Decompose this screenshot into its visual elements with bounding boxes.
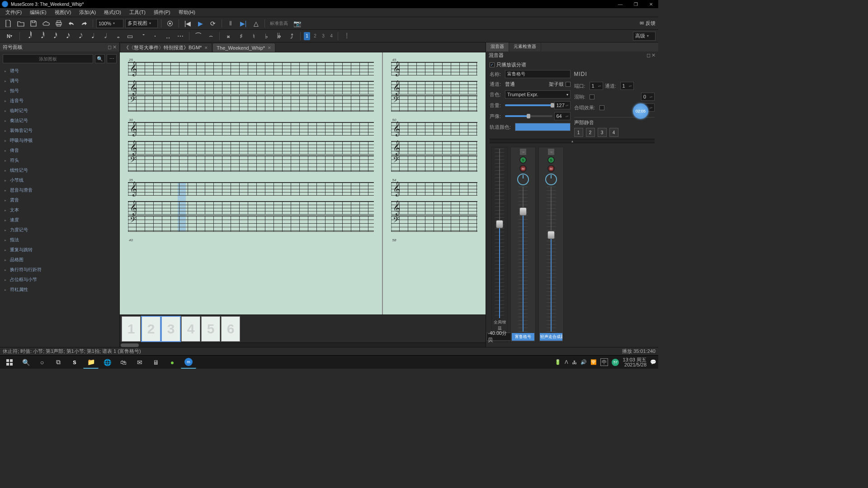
document-tab[interactable]: The_Weekend_Whip*✕ bbox=[212, 43, 275, 52]
solo-button[interactable]: S bbox=[519, 156, 527, 164]
cortana-icon[interactable]: ○ bbox=[34, 356, 50, 369]
drumset-checkbox[interactable] bbox=[566, 82, 571, 87]
menu-help[interactable]: 帮助(H) bbox=[175, 8, 199, 17]
track-color-swatch[interactable] bbox=[515, 123, 571, 131]
mail-icon[interactable]: ✉ bbox=[640, 20, 644, 26]
port-spin[interactable]: 1 bbox=[590, 82, 603, 90]
palette-search-icon[interactable]: 🔍 bbox=[95, 54, 105, 63]
channel-fader[interactable] bbox=[519, 187, 528, 332]
mixer-collapse-handle[interactable] bbox=[490, 139, 655, 143]
triple-dot-icon[interactable]: ⋯ bbox=[175, 31, 186, 41]
master-fader[interactable] bbox=[495, 149, 504, 318]
palette-item[interactable]: 指法 bbox=[0, 235, 119, 245]
redo-icon[interactable] bbox=[79, 19, 90, 28]
reverb-checkbox[interactable] bbox=[590, 94, 594, 99]
palette-item[interactable]: 谱号 bbox=[0, 66, 119, 76]
midi-channel-spin[interactable]: 1 bbox=[620, 82, 634, 90]
panel-close-icon[interactable]: ✕ bbox=[651, 52, 656, 58]
palette-item[interactable]: 重复与跳转 bbox=[0, 245, 119, 255]
pan-spin[interactable]: 64 bbox=[554, 112, 571, 120]
volume-spin[interactable]: 127 bbox=[554, 101, 571, 109]
tab-close-icon[interactable]: ✕ bbox=[268, 46, 271, 50]
palette-item[interactable]: 装饰音记号 bbox=[0, 126, 119, 136]
note-16th-icon[interactable]: 𝅘𝅥𝅰 bbox=[48, 31, 59, 41]
chorus-checkbox[interactable] bbox=[599, 105, 604, 110]
voice-mute-1[interactable]: 1 bbox=[574, 128, 583, 137]
palette-item[interactable]: 奏法记号 bbox=[0, 116, 119, 126]
palette-item[interactable]: 连音号 bbox=[0, 96, 119, 106]
note-input-mode-icon[interactable]: N▾ bbox=[3, 31, 16, 41]
sharp-icon[interactable]: ♯ bbox=[236, 31, 246, 41]
battery-icon[interactable]: 🔋 bbox=[555, 359, 561, 365]
edge-icon[interactable]: 🌐 bbox=[99, 356, 115, 369]
palette-item[interactable]: 文本 bbox=[0, 205, 119, 215]
start-button[interactable] bbox=[2, 356, 17, 369]
expand-strip-icon[interactable]: → bbox=[548, 149, 554, 155]
solo-button[interactable]: S bbox=[547, 156, 555, 164]
palette-item[interactable]: 品格图 bbox=[0, 255, 119, 265]
page-thumbnail[interactable]: 4 bbox=[181, 316, 200, 342]
voice-mute-4[interactable]: 4 bbox=[609, 128, 618, 137]
palette-item[interactable]: 符头 bbox=[0, 155, 119, 165]
channel-fader[interactable] bbox=[547, 187, 556, 332]
page-thumbnail[interactable]: 1 bbox=[122, 316, 141, 342]
tab-inspector[interactable]: 元素检查器 bbox=[509, 42, 541, 52]
palette-more-icon[interactable]: ⋯ bbox=[107, 54, 117, 63]
page-thumbnail[interactable]: 2 bbox=[142, 316, 160, 342]
palette-item[interactable]: 小节线 bbox=[0, 175, 119, 185]
open-file-icon[interactable] bbox=[15, 19, 26, 28]
palette-item[interactable]: 符杠属性 bbox=[0, 285, 119, 295]
track-name-input[interactable] bbox=[505, 70, 571, 78]
expand-strip-icon[interactable]: → bbox=[520, 149, 526, 155]
double-dot-icon[interactable]: ‥ bbox=[162, 31, 173, 41]
app-icon[interactable]: S bbox=[67, 356, 82, 369]
pan-knob[interactable] bbox=[545, 174, 557, 185]
musescore-icon[interactable]: m bbox=[181, 356, 196, 369]
undo-icon[interactable] bbox=[66, 19, 77, 28]
palette-item[interactable]: 调号 bbox=[0, 76, 119, 86]
task-view-icon[interactable]: ⧉ bbox=[51, 356, 66, 369]
browser-icon[interactable]: ● bbox=[165, 356, 180, 369]
camera-icon[interactable]: 📷 bbox=[292, 19, 302, 28]
mute-button[interactable]: M bbox=[547, 165, 555, 172]
voice-3-button[interactable]: 3 bbox=[320, 32, 326, 40]
flat-icon[interactable]: ♭ bbox=[261, 31, 272, 41]
palette-item[interactable]: 琶音与滑音 bbox=[0, 185, 119, 195]
palette-item[interactable]: 力度记号 bbox=[0, 225, 119, 235]
page-thumbnail[interactable]: 3 bbox=[161, 316, 180, 342]
note-longa-icon[interactable]: ▭ bbox=[124, 31, 135, 41]
panel-close-icon[interactable]: ✕ bbox=[113, 44, 117, 50]
palette-item[interactable]: 线性记号 bbox=[0, 165, 119, 175]
image-capture-icon[interactable]: ⦿ bbox=[165, 19, 175, 28]
minimize-button[interactable]: — bbox=[615, 1, 626, 7]
tray-chevron-icon[interactable]: ᐱ bbox=[565, 359, 568, 365]
voice-mute-2[interactable]: 2 bbox=[586, 128, 595, 137]
navigator-scrollbar[interactable] bbox=[120, 343, 486, 347]
palette-item[interactable]: 临时记号 bbox=[0, 106, 119, 116]
volume-slider[interactable] bbox=[505, 104, 552, 106]
palette-item[interactable]: 呼吸与停顿 bbox=[0, 136, 119, 145]
page-navigator[interactable]: 1 2 3 4 5 6 bbox=[120, 314, 486, 343]
loop-in-icon[interactable]: ⦀ bbox=[225, 19, 236, 28]
tie-icon[interactable]: ⁀ bbox=[193, 31, 203, 41]
note-32nd-icon[interactable]: 𝅘𝅥𝅱 bbox=[36, 31, 47, 41]
rest-icon[interactable]: 𝄻 bbox=[137, 31, 148, 41]
sound-select[interactable]: Trumpet Expr. bbox=[505, 90, 571, 99]
close-button[interactable]: ✕ bbox=[646, 1, 656, 7]
menu-add[interactable]: 添加(A) bbox=[75, 8, 99, 17]
flip-icon[interactable]: ⤴ bbox=[286, 31, 297, 41]
save-icon[interactable] bbox=[28, 19, 39, 28]
double-sharp-icon[interactable]: 𝄪 bbox=[223, 31, 234, 41]
voice-4-button[interactable]: 4 bbox=[328, 32, 335, 40]
loop-icon[interactable]: ⟳ bbox=[208, 19, 218, 28]
page-thumbnail[interactable]: 5 bbox=[201, 316, 220, 342]
page-thumbnail[interactable]: 6 bbox=[221, 316, 240, 342]
search-icon[interactable]: 🔍 bbox=[18, 356, 33, 369]
palette-item[interactable]: 速度 bbox=[0, 215, 119, 225]
view-mode-select[interactable]: 多页视图 bbox=[125, 19, 158, 28]
palette-item[interactable]: 倚音 bbox=[0, 145, 119, 155]
voice-1-button[interactable]: 1 bbox=[304, 32, 310, 40]
menu-edit[interactable]: 编辑(E) bbox=[26, 8, 50, 17]
new-file-icon[interactable] bbox=[3, 19, 14, 28]
voice-2-button[interactable]: 2 bbox=[312, 32, 318, 40]
